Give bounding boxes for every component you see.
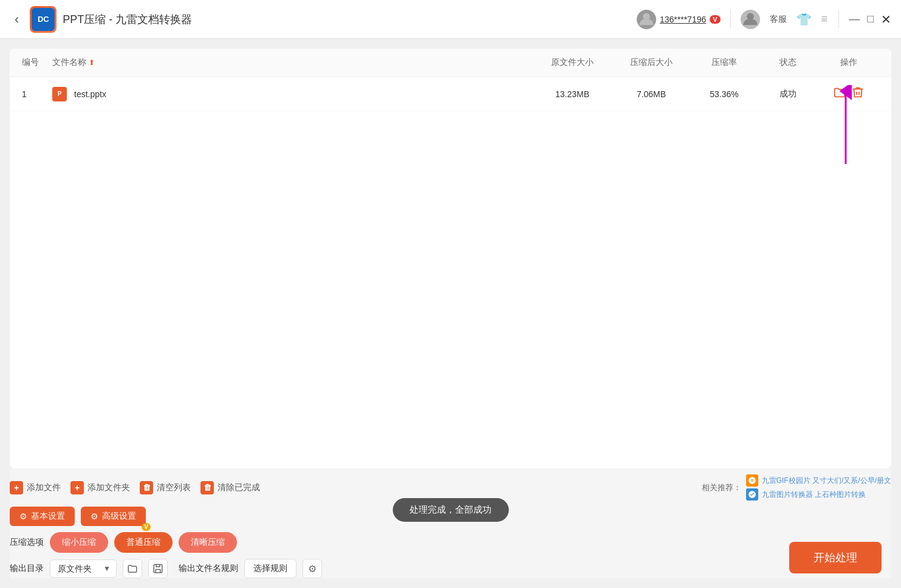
minimize-button[interactable]: — — [849, 13, 860, 26]
basic-settings-button[interactable]: ⚙ 基本设置 — [10, 507, 75, 526]
col-comp-header: 压缩后大小 — [612, 57, 691, 68]
app-logo: DC — [30, 6, 57, 33]
clear-list-icon: 🗑 — [140, 481, 153, 494]
vip-badge: V — [710, 15, 720, 24]
compress-clear-button[interactable]: 清晰压缩 — [179, 532, 237, 553]
save-icon — [152, 563, 163, 574]
related-item-2-text: 九雷图片转换器 上石种图片转换 — [762, 490, 866, 500]
open-output-folder-button[interactable] — [123, 559, 142, 578]
col-num-header: 编号 — [22, 57, 52, 68]
row-status: 成功 — [758, 89, 818, 100]
row-comp-size: 7.06MB — [612, 89, 691, 99]
advanced-vip-badge: V — [142, 523, 151, 531]
related-row: 相关推荐： 九雷GIF校园片 又寸大们/又系/公早/册文 — [702, 474, 891, 501]
menu-icon[interactable]: ≡ — [821, 13, 829, 26]
related-label: 相关推荐： — [702, 482, 741, 493]
col-orig-header: 原文件大小 — [533, 57, 612, 68]
output-rule-label: 输出文件名规则 — [179, 563, 238, 574]
row-num: 1 — [22, 89, 52, 99]
advanced-settings-button[interactable]: ⚙ 高级设置 V — [81, 507, 146, 526]
row-filename-cell: P test.pptx — [52, 87, 533, 101]
save-output-button[interactable] — [148, 559, 168, 578]
clear-done-icon: 🗑 — [200, 481, 214, 494]
titlebar: ‹ DC PPT压缩 - 九雷文档转换器 136****7196 V 客服 👕 … — [0, 0, 901, 39]
divider2 — [838, 11, 839, 28]
row-filename: test.pptx — [74, 89, 106, 99]
shirt-icon: 👕 — [797, 12, 812, 27]
col-ratio-header: 压缩率 — [691, 57, 758, 68]
action-buttons — [818, 86, 879, 102]
file-table-container: 编号 文件名称 ⬆ 原文件大小 压缩后大小 压缩率 状态 操作 1 P test… — [10, 49, 891, 468]
related-item-1[interactable]: 九雷GIF校园片 又寸大们/又系/公早/册文 — [746, 474, 891, 487]
output-label: 输出目录 — [10, 563, 44, 574]
add-folder-button[interactable]: + 添加文件夹 — [70, 481, 130, 494]
divider — [730, 11, 731, 28]
related-item-1-text: 九雷GIF校园片 又寸大们/又系/公早/册文 — [762, 476, 891, 486]
related-items: 九雷GIF校园片 又寸大们/又系/公早/册文 九雷图片转换器 上石种图片转换 — [746, 474, 891, 501]
gear-icon-advanced: ⚙ — [91, 511, 98, 521]
table-row: 1 P test.pptx 13.23MB 7.06MB 53.36% 成功 — [10, 77, 891, 111]
titlebar-right: 136****7196 V 客服 👕 ≡ — □ ✕ — [637, 10, 891, 29]
app-title: PPT压缩 - 九雷文档转换器 — [63, 12, 192, 27]
kefu-avatar-icon — [742, 11, 759, 28]
open-folder-button[interactable] — [833, 86, 846, 102]
select-rule-button[interactable]: 选择规则 — [244, 559, 296, 578]
folder-open-icon — [127, 563, 138, 574]
user-avatar — [637, 10, 656, 29]
related-item-2[interactable]: 九雷图片转换器 上石种图片转换 — [746, 488, 891, 501]
svg-rect-4 — [154, 564, 162, 573]
clear-list-button[interactable]: 🗑 清空列表 — [140, 481, 191, 494]
related-item-2-icon — [746, 488, 758, 501]
user-name[interactable]: 136****7196 — [660, 15, 706, 24]
folder-icon — [833, 86, 846, 99]
toast-message: 处理完成，全部成功 — [392, 498, 509, 522]
titlebar-left: ‹ DC PPT压缩 - 九雷文档转换器 — [10, 6, 192, 33]
output-select-wrap: 原文件夹 ▼ — [50, 559, 117, 578]
clear-done-button[interactable]: 🗑 清除已完成 — [200, 481, 260, 494]
sort-icon[interactable]: ⬆ — [89, 58, 95, 67]
kefu-avatar — [741, 10, 760, 29]
table-header: 编号 文件名称 ⬆ 原文件大小 压缩后大小 压缩率 状态 操作 — [10, 49, 891, 77]
row-actions — [818, 86, 879, 102]
rule-gear-icon: ⚙ — [308, 563, 317, 575]
col-name-header: 文件名称 ⬆ — [52, 57, 533, 68]
ppt-file-icon: P — [52, 87, 67, 101]
col-status-header: 状态 — [758, 57, 818, 68]
related-item-1-icon — [746, 474, 758, 487]
compress-small-button[interactable]: 缩小压缩 — [50, 532, 108, 553]
output-row: 输出目录 原文件夹 ▼ 输出文件名规则 选择规则 ⚙ — [10, 559, 891, 578]
compress-label: 压缩选项 — [10, 537, 44, 548]
row-orig-size: 13.23MB — [533, 89, 612, 99]
main-content: 编号 文件名称 ⬆ 原文件大小 压缩后大小 压缩率 状态 操作 1 P test… — [0, 39, 901, 588]
gear-icon-basic: ⚙ — [19, 511, 27, 521]
rule-settings-button[interactable]: ⚙ — [303, 559, 322, 578]
add-file-button[interactable]: + 添加文件 — [10, 481, 61, 494]
delete-button[interactable] — [851, 86, 865, 102]
user-info[interactable]: 136****7196 V — [637, 10, 721, 29]
delete-icon — [851, 86, 865, 99]
maximize-button[interactable]: □ — [867, 13, 874, 26]
col-action-header: 操作 — [818, 57, 879, 68]
output-directory-select[interactable]: 原文件夹 — [50, 559, 117, 578]
user-avatar-icon — [638, 11, 655, 28]
app-logo-icon: DC — [32, 8, 55, 31]
bottom-actions-row: + 添加文件 + 添加文件夹 🗑 清空列表 🗑 清除已完成 相关推荐： — [10, 474, 891, 501]
compress-normal-button[interactable]: 普通压缩 — [114, 532, 173, 553]
start-process-button[interactable]: 开始处理 — [789, 542, 882, 573]
add-file-icon: + — [10, 481, 23, 494]
window-controls: — □ ✕ — [849, 12, 891, 27]
related-section: 相关推荐： 九雷GIF校园片 又寸大们/又系/公早/册文 — [702, 474, 891, 501]
kefu-button[interactable]: 客服 — [770, 14, 787, 25]
row-ratio: 53.36% — [691, 89, 758, 99]
back-button[interactable]: ‹ — [10, 9, 24, 30]
table-body: 1 P test.pptx 13.23MB 7.06MB 53.36% 成功 — [10, 77, 891, 468]
compress-row: 压缩选项 缩小压缩 普通压缩 清晰压缩 处理完成，全部成功 — [10, 532, 891, 553]
add-folder-icon: + — [70, 481, 84, 494]
bottom-panel: + 添加文件 + 添加文件夹 🗑 清空列表 🗑 清除已完成 相关推荐： — [10, 468, 891, 578]
close-button[interactable]: ✕ — [881, 12, 891, 27]
